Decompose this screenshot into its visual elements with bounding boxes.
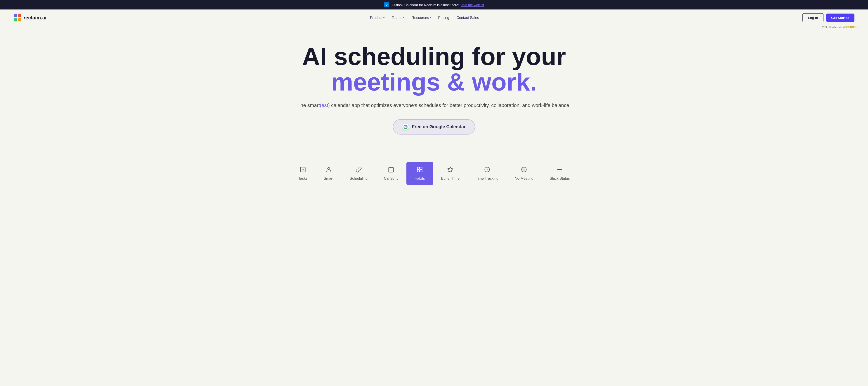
svg-rect-2 [14, 18, 17, 22]
feature-bar: TasksSmartSchedulingCal SyncHabitsBuffer… [0, 157, 868, 185]
logo-text: reclaim.ai [24, 15, 46, 21]
feature-item-no-meeting[interactable]: No-Meeting [506, 162, 541, 185]
nav-buttons: Log In Get Started 20% off with code MEE… [802, 13, 855, 22]
google-icon [402, 124, 409, 130]
arrow-icon: ↙ [856, 25, 859, 29]
feature-item-scheduling[interactable]: Scheduling [342, 162, 376, 185]
smart-label: Smart [324, 177, 333, 181]
cal-sync-label: Cal Sync [384, 177, 398, 181]
svg-rect-1 [18, 14, 21, 17]
scheduling-label: Scheduling [350, 177, 368, 181]
cta-label: Free on Google Calendar [412, 124, 466, 129]
svg-rect-10 [417, 167, 419, 169]
buffer-time-label: Buffer Time [441, 177, 460, 181]
tasks-icon [300, 166, 306, 174]
svg-line-17 [522, 168, 526, 171]
svg-rect-11 [420, 167, 422, 169]
slack-status-icon [557, 166, 563, 174]
feature-item-cal-sync[interactable]: Cal Sync [376, 162, 406, 185]
google-cta-button[interactable]: Free on Google Calendar [393, 119, 475, 135]
main-nav: reclaim.ai Product ▾ Teams ▾ Resources ▾… [0, 9, 868, 26]
get-started-button[interactable]: Get Started [826, 13, 855, 22]
login-button[interactable]: Log In [802, 13, 824, 22]
subtitle-est: (est) [320, 103, 330, 108]
nav-links: Product ▾ Teams ▾ Resources ▾ Pricing Co… [370, 16, 479, 20]
promo-tag: 20% off with code MEETINGS ↙ [822, 25, 859, 29]
svg-rect-12 [417, 170, 419, 172]
nav-item-contact[interactable]: Contact Sales [456, 16, 479, 20]
nav-link-product[interactable]: Product ▾ [370, 16, 384, 20]
svg-rect-6 [389, 167, 394, 172]
waitlist-link[interactable]: Join the waitlist [461, 3, 484, 7]
outlook-icon: O [384, 2, 389, 7]
nav-link-resources[interactable]: Resources ▾ [412, 16, 431, 20]
feature-item-tasks[interactable]: Tasks [290, 162, 315, 185]
feature-item-time-tracking[interactable]: Time Tracking [468, 162, 506, 185]
tasks-label: Tasks [298, 177, 307, 181]
subtitle-post: calendar app that optimizes everyone's s… [330, 103, 570, 108]
svg-point-5 [328, 167, 330, 169]
chevron-down-icon: ▾ [403, 16, 404, 19]
habits-label: Habits [414, 177, 425, 181]
nav-link-contact[interactable]: Contact Sales [456, 16, 479, 20]
habits-icon [416, 166, 423, 174]
smart-icon [326, 166, 332, 174]
buffer-time-icon [447, 166, 454, 174]
hero-section: AI scheduling for your meetings & work. … [0, 26, 868, 148]
announcement-text: Outlook Calendar for Reclaim is almost h… [392, 3, 459, 7]
chevron-down-icon: ▾ [383, 16, 384, 19]
svg-marker-14 [448, 167, 453, 172]
logo-svg [13, 14, 22, 22]
nav-item-pricing[interactable]: Pricing [438, 16, 449, 20]
no-meeting-label: No-Meeting [515, 177, 533, 181]
cal-sync-icon [388, 166, 394, 174]
hero-subtitle: The smart(est) calendar app that optimiz… [9, 101, 859, 109]
hero-title-line1: AI scheduling for your [9, 44, 859, 69]
nav-item-teams[interactable]: Teams ▾ [392, 16, 404, 20]
hero-title-line2: meetings & work. [9, 69, 859, 95]
scheduling-icon [355, 166, 362, 174]
nav-item-resources[interactable]: Resources ▾ [412, 16, 431, 20]
chevron-down-icon: ▾ [430, 16, 431, 19]
svg-rect-3 [18, 18, 21, 22]
no-meeting-icon [521, 166, 527, 174]
nav-item-product[interactable]: Product ▾ [370, 16, 384, 20]
time-tracking-icon [484, 166, 490, 174]
slack-status-label: Slack Status [550, 177, 570, 181]
feature-item-habits[interactable]: Habits [406, 162, 433, 185]
announcement-bar: O Outlook Calendar for Reclaim is almost… [0, 0, 868, 9]
svg-rect-13 [420, 170, 422, 172]
nav-link-pricing[interactable]: Pricing [438, 16, 449, 20]
hero-title: AI scheduling for your meetings & work. [9, 44, 859, 95]
logo[interactable]: reclaim.ai [13, 14, 46, 22]
nav-link-teams[interactable]: Teams ▾ [392, 16, 404, 20]
logo-icon [13, 14, 22, 22]
feature-item-buffer-time[interactable]: Buffer Time [433, 162, 468, 185]
cta-container: Free on Google Calendar [9, 119, 859, 135]
subtitle-pre: The smart [298, 103, 320, 108]
svg-rect-0 [14, 14, 17, 17]
feature-item-smart[interactable]: Smart [315, 162, 342, 185]
feature-item-slack-status[interactable]: Slack Status [541, 162, 578, 185]
time-tracking-label: Time Tracking [476, 177, 498, 181]
